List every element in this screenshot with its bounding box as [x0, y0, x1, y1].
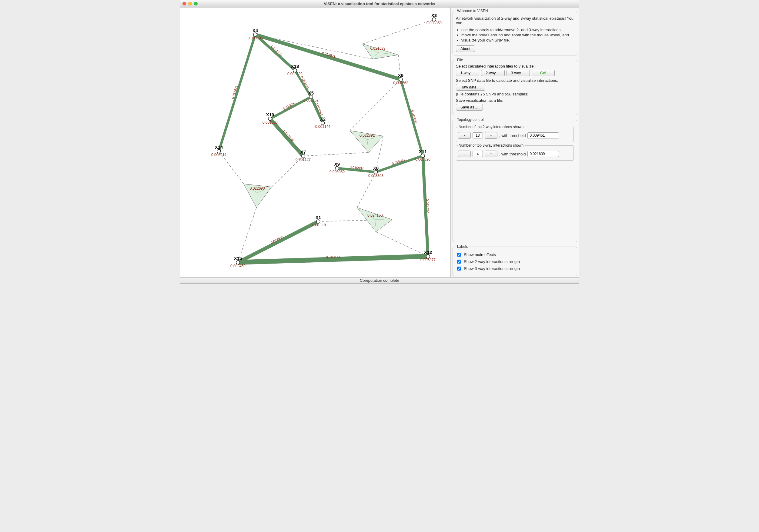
- file-select-calc-label: Select calculated interaction files to v…: [456, 64, 574, 68]
- about-button[interactable]: About: [456, 46, 475, 52]
- svg-line-8: [303, 152, 369, 156]
- triangle-value: 0.022891: [359, 133, 375, 137]
- node-label: X14: [215, 144, 223, 150]
- two-way-count-input[interactable]: [472, 133, 483, 138]
- node-value: 0.006877: [420, 258, 436, 262]
- zoom-icon[interactable]: [194, 2, 198, 6]
- two-way-threshold-input[interactable]: [527, 133, 559, 138]
- three-way-count-input[interactable]: [472, 151, 483, 157]
- svg-line-20: [376, 232, 428, 256]
- welcome-intro: A network visualization of 2-way and 3-w…: [456, 16, 574, 25]
- checkbox-2way-strength[interactable]: Show 2-way interaction strength: [456, 259, 574, 264]
- panel-topology-legend: Topology control: [456, 118, 485, 122]
- window-title: ViSEN: a visualization tool for statisti…: [182, 2, 577, 6]
- panel-welcome-legend: Welcome to ViSEN: [456, 9, 489, 13]
- node-value: 0.001118: [311, 223, 326, 227]
- node-label: X9: [334, 162, 340, 167]
- snp-count: 15: [480, 92, 485, 96]
- triangle[interactable]: [357, 208, 392, 232]
- node-label: X1: [316, 215, 321, 220]
- triangle-value: 0.022690: [250, 186, 265, 191]
- node-label: X10: [266, 112, 274, 117]
- three-way-button[interactable]: 3-way ...: [506, 70, 530, 76]
- triangle-value: 0.024160: [367, 213, 382, 217]
- node-value: 0.008320: [415, 157, 430, 162]
- node-value: 0.006080: [330, 170, 345, 174]
- topology-3way-label: Number of top 3-way interactions shown:: [458, 143, 525, 148]
- svg-line-0: [363, 19, 434, 44]
- titlebar: ViSEN: a visualization tool for statisti…: [180, 0, 579, 7]
- file-select-snp-label: Select SNP data file to calculate and vi…: [456, 78, 574, 83]
- edge[interactable]: [401, 79, 423, 156]
- node-value: 0.008563: [393, 81, 408, 85]
- welcome-bullets: use the controls to add/remove 2- and 3-…: [461, 27, 574, 42]
- checkbox-2way-strength-input[interactable]: [457, 260, 461, 264]
- traffic-lights: [182, 2, 198, 6]
- checkbox-3way-strength[interactable]: Show 3-way interaction strength: [456, 266, 574, 272]
- node-label: X13: [291, 64, 299, 69]
- node-value: 0.003393: [368, 173, 383, 178]
- welcome-bullet: move the nodes around and zoom with the …: [461, 33, 574, 37]
- three-way-minus-button[interactable]: -: [458, 151, 471, 157]
- node-label: X6: [398, 73, 403, 78]
- file-contains-text: (File contains 15 SNPs and 658 samples): [456, 92, 574, 96]
- node-value: 0.001127: [296, 158, 311, 162]
- file-save-label: Save visualization as a file:: [456, 98, 574, 103]
- close-icon[interactable]: [182, 2, 186, 6]
- triangle-value: 0.021639: [370, 46, 385, 51]
- minimize-icon[interactable]: [188, 2, 192, 6]
- edge[interactable]: [238, 221, 318, 262]
- status-bar: Computation complete: [180, 277, 579, 283]
- welcome-bullet: use the controls to add/remove 2- and 3-…: [461, 27, 574, 32]
- status-text: Computation complete: [360, 278, 399, 283]
- network-canvas[interactable]: 0.0216390.0228910.0226900.0241600.011671…: [180, 8, 451, 277]
- sample-count: 658: [505, 92, 511, 96]
- node-label: X3: [431, 13, 437, 18]
- with-threshold-label: , with threshold: [499, 133, 526, 138]
- panel-file: File Select calculated interaction files…: [453, 58, 577, 115]
- two-way-button[interactable]: 2-way ...: [481, 70, 504, 76]
- panel-welcome: Welcome to ViSEN A network visualization…: [453, 9, 577, 56]
- node-value: 0.003459: [230, 264, 246, 268]
- checkbox-main-effects[interactable]: Show main effects: [456, 252, 574, 257]
- raw-data-button[interactable]: Raw data ...: [456, 84, 485, 91]
- node-label: X5: [308, 90, 314, 95]
- node-value: 0.003729: [287, 72, 302, 76]
- node-value: 0.003859: [426, 21, 442, 25]
- node-label: X15: [234, 256, 242, 261]
- node-label: X12: [424, 249, 432, 255]
- node-value: 0.000258: [303, 98, 319, 103]
- edge-value: 0.018873: [326, 255, 340, 259]
- panel-topology: Topology control Number of top 2-way int…: [453, 118, 577, 242]
- node-value: 0.001583: [262, 120, 278, 125]
- node-value: 0.000106: [248, 36, 263, 40]
- svg-line-6: [350, 79, 401, 131]
- checkbox-main-effects-input[interactable]: [457, 253, 461, 257]
- node-value: 0.001144: [315, 125, 330, 129]
- two-way-plus-button[interactable]: +: [485, 132, 498, 139]
- three-way-threshold-input[interactable]: [527, 151, 559, 157]
- node-label: X8: [373, 166, 379, 171]
- panel-file-legend: File: [456, 58, 464, 62]
- go-button[interactable]: Go!: [532, 70, 555, 76]
- two-way-minus-button[interactable]: -: [458, 132, 471, 139]
- welcome-bullet: visualize your own SNP file.: [461, 38, 574, 42]
- node-value: 0.006914: [211, 153, 226, 157]
- with-threshold-label: , with threshold: [499, 152, 526, 156]
- app-window: ViSEN: a visualization tool for statisti…: [180, 0, 579, 284]
- panel-labels: Labels Show main effects Show 2-way inte…: [453, 245, 577, 276]
- one-way-button[interactable]: 1-way ...: [456, 70, 479, 76]
- node-label: X11: [419, 149, 427, 154]
- sidebar: Welcome to ViSEN A network visualization…: [451, 8, 579, 277]
- three-way-plus-button[interactable]: +: [485, 151, 498, 157]
- node-label: X7: [300, 149, 306, 155]
- edge[interactable]: [219, 35, 255, 151]
- topology-2way-label: Number of top 2-way interactions shown:: [458, 125, 525, 129]
- panel-labels-legend: Labels: [456, 245, 469, 249]
- edge-value: 0.012732: [425, 199, 430, 213]
- save-as-button[interactable]: Save as ...: [456, 104, 483, 111]
- node-label: X2: [320, 116, 326, 122]
- checkbox-3way-strength-input[interactable]: [457, 267, 461, 271]
- node-label: X4: [253, 28, 258, 33]
